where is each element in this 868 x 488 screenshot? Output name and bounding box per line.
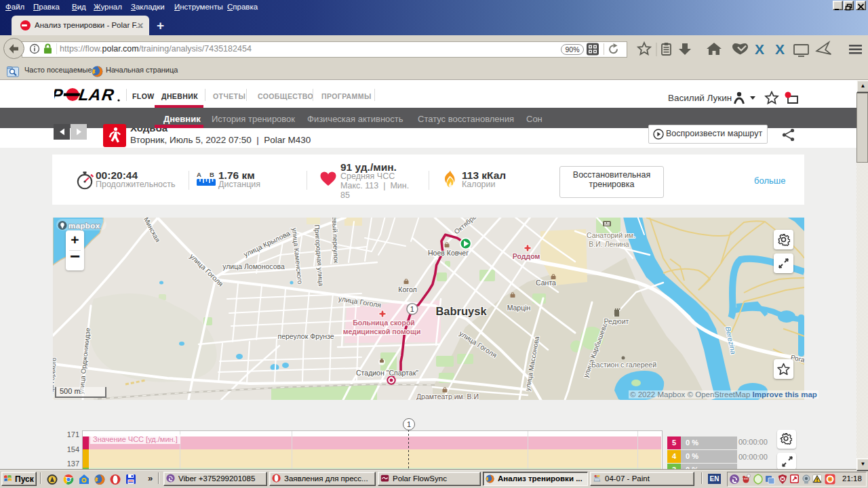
svg-text:X: X <box>775 41 785 57</box>
svg-text:Стадион "Спартак": Стадион "Спартак" <box>356 369 418 377</box>
svg-text:X: X <box>755 41 764 57</box>
svg-text:Редюит: Редюит <box>604 317 629 325</box>
svg-text:В.И. Ленина: В.И. Ленина <box>589 240 629 248</box>
svg-text:Ноев Ковчег: Ноев Ковчег <box>428 249 469 257</box>
svg-text:A: A <box>197 171 201 178</box>
svg-text:mapbox: mapbox <box>68 222 100 230</box>
svg-text:Санаторий им.: Санаторий им. <box>587 231 635 239</box>
svg-text:Babruysk: Babruysk <box>435 305 487 317</box>
svg-text:R: R <box>100 87 115 103</box>
svg-text:Бастион с галереей: Бастион с галереей <box>591 361 656 369</box>
svg-text:A: A <box>87 87 101 103</box>
svg-text:Больница скорой: Больница скорой <box>353 319 415 327</box>
svg-text:переулок Фрунзе: переулок Фрунзе <box>278 332 334 340</box>
svg-text:медицинской помощи: медицинской помощи <box>343 327 421 336</box>
svg-text:Марцін: Марцін <box>507 304 531 312</box>
svg-text:Драмтеатр им. В.И: Драмтеатр им. В.И <box>416 392 479 400</box>
svg-text:B: B <box>210 171 214 178</box>
svg-text:1: 1 <box>410 305 414 313</box>
svg-text:P: P <box>54 87 64 103</box>
svg-text:Роддом: Роддом <box>513 252 540 260</box>
svg-text:Когол: Когол <box>398 285 416 293</box>
svg-text:улица Ломоносова: улица Ломоносова <box>222 262 285 270</box>
svg-text:Санта: Санта <box>536 279 556 287</box>
